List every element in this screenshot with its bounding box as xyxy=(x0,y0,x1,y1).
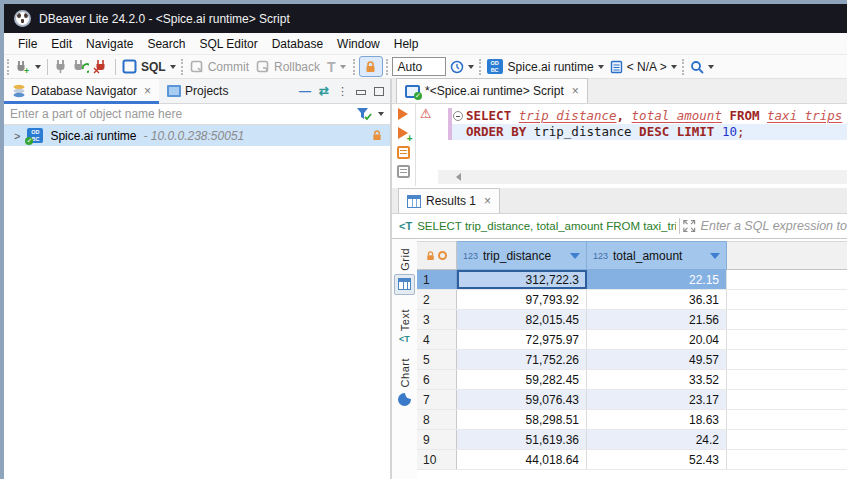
minimize-icon[interactable] xyxy=(356,90,366,95)
expand-chevron-icon[interactable]: > xyxy=(14,130,20,142)
table-row[interactable]: 759,076.4323.17 xyxy=(417,390,847,410)
row-number[interactable]: 6 xyxy=(417,370,457,389)
tab-results-1[interactable]: Results 1 × xyxy=(398,188,500,213)
menu-file[interactable]: File xyxy=(11,37,44,51)
menu-help[interactable]: Help xyxy=(387,37,426,51)
disconnect-button[interactable] xyxy=(93,59,109,74)
tab-sql-script[interactable]: ✓ *<Spice.ai runtime> Script × xyxy=(396,78,588,103)
sql-editor[interactable]: + ⚠ SELECT trip_distance, total_amount F… xyxy=(392,104,847,186)
fold-icon[interactable] xyxy=(453,111,463,121)
row-number[interactable]: 8 xyxy=(417,410,457,429)
new-sql-editor-button[interactable]: SQL xyxy=(122,59,176,74)
cell-total-amount[interactable]: 49.57 xyxy=(587,350,727,369)
warning-icon: ⚠ xyxy=(420,106,432,121)
row-number[interactable]: 2 xyxy=(417,290,457,309)
cell-trip-distance[interactable]: 72,975.97 xyxy=(457,330,587,349)
chevron-down-icon[interactable] xyxy=(378,112,384,116)
menu-window[interactable]: Window xyxy=(330,37,387,51)
sort-desc-icon[interactable] xyxy=(710,253,720,259)
cell-total-amount[interactable]: 24.2 xyxy=(587,430,727,449)
cell-total-amount[interactable]: 23.17 xyxy=(587,390,727,409)
row-number[interactable]: 3 xyxy=(417,310,457,329)
close-icon[interactable]: × xyxy=(144,84,151,98)
cell-trip-distance[interactable]: 58,298.51 xyxy=(457,410,587,429)
table-row[interactable]: 1044,018.6452.43 xyxy=(417,450,847,470)
cell-total-amount[interactable]: 18.63 xyxy=(587,410,727,429)
row-number[interactable]: 5 xyxy=(417,350,457,369)
row-number[interactable]: 10 xyxy=(417,450,457,469)
maximize-icon[interactable] xyxy=(374,87,384,96)
expand-icon[interactable] xyxy=(683,219,696,233)
transaction-mode-button[interactable]: T xyxy=(327,59,346,75)
scroll-left-icon[interactable] xyxy=(456,173,461,181)
execute-script-icon[interactable] xyxy=(397,146,410,159)
cell-total-amount[interactable]: 21.56 xyxy=(587,310,727,329)
row-number[interactable]: 9 xyxy=(417,430,457,449)
menu-database[interactable]: Database xyxy=(265,37,330,51)
close-icon[interactable]: × xyxy=(484,194,491,208)
table-row[interactable]: 382,015.4521.56 xyxy=(417,310,847,330)
rollback-button[interactable]: Rollback xyxy=(256,60,320,74)
menu-search[interactable]: Search xyxy=(140,37,192,51)
execute-new-tab-button[interactable]: + xyxy=(398,127,410,140)
cell-trip-distance[interactable]: 82,015.45 xyxy=(457,310,587,329)
commit-mode-combo[interactable]: Auto xyxy=(392,57,446,76)
connect-button[interactable] xyxy=(54,59,68,74)
presentation-grid[interactable]: Grid xyxy=(392,248,417,295)
odbc-icon: ODBC xyxy=(487,59,503,74)
cell-trip-distance[interactable]: 59,282.45 xyxy=(457,370,587,389)
view-menu-icon[interactable]: ⋮ xyxy=(337,85,348,98)
column-header-total-amount[interactable]: 123 total_amount xyxy=(587,241,727,270)
cell-trip-distance[interactable]: 312,722.3 xyxy=(457,270,587,289)
table-row[interactable]: 951,619.3624.2 xyxy=(417,430,847,450)
cell-total-amount[interactable]: 20.04 xyxy=(587,330,727,349)
presentation-text[interactable]: Text <T xyxy=(392,309,417,344)
reconnect-button[interactable] xyxy=(72,59,89,74)
filter-funnel-icon[interactable] xyxy=(356,107,372,121)
object-filter-input[interactable] xyxy=(4,107,356,121)
commit-button[interactable]: Commit xyxy=(190,60,249,74)
transaction-log-button[interactable] xyxy=(450,60,474,74)
presentation-chart[interactable]: Chart xyxy=(392,358,417,406)
tab-projects[interactable]: Projects xyxy=(159,79,240,104)
row-number[interactable]: 7 xyxy=(417,390,457,409)
cell-total-amount[interactable]: 52.43 xyxy=(587,450,727,469)
cell-trip-distance[interactable]: 71,752.26 xyxy=(457,350,587,369)
tree-item-connection[interactable]: > ODBC ✓ Spice.ai runtime - 10.0.0.238:5… xyxy=(4,125,390,146)
table-row[interactable]: 472,975.9720.04 xyxy=(417,330,847,350)
navigator-tree: > ODBC ✓ Spice.ai runtime - 10.0.0.238:5… xyxy=(4,125,390,479)
link-editor-icon[interactable]: ⇄ xyxy=(319,84,329,98)
connection-selector[interactable]: ODBC Spice.ai runtime xyxy=(487,59,604,74)
search-button[interactable] xyxy=(690,60,714,74)
menu-sql-editor[interactable]: SQL Editor xyxy=(192,37,264,51)
cell-total-amount[interactable]: 36.31 xyxy=(587,290,727,309)
grid-corner-cell[interactable] xyxy=(417,241,457,270)
new-connection-button[interactable]: + xyxy=(15,59,41,75)
explain-plan-icon[interactable] xyxy=(397,165,410,178)
cell-trip-distance[interactable]: 44,018.64 xyxy=(457,450,587,469)
schema-selector[interactable]: < N/A > xyxy=(610,60,677,74)
menu-edit[interactable]: Edit xyxy=(44,37,79,51)
table-row[interactable]: 858,298.5118.63 xyxy=(417,410,847,430)
lock-toggle-button[interactable] xyxy=(359,56,383,77)
results-filter-bar[interactable]: <T SELECT trip_distance, total_amount FR… xyxy=(392,214,847,239)
tab-database-navigator[interactable]: Database Navigator × xyxy=(4,79,159,104)
row-number[interactable]: 4 xyxy=(417,330,457,349)
cell-total-amount[interactable]: 33.52 xyxy=(587,370,727,389)
table-row[interactable]: 571,752.2649.57 xyxy=(417,350,847,370)
cell-total-amount[interactable]: 22.15 xyxy=(587,270,727,289)
table-row[interactable]: 1312,722.322.15 xyxy=(417,270,847,290)
table-row[interactable]: 659,282.4533.52 xyxy=(417,370,847,390)
column-header-trip-distance[interactable]: 123 trip_distance xyxy=(457,241,587,270)
close-icon[interactable]: × xyxy=(572,84,579,98)
sort-desc-icon[interactable] xyxy=(570,253,580,259)
cell-trip-distance[interactable]: 51,619.36 xyxy=(457,430,587,449)
table-row[interactable]: 297,793.9236.31 xyxy=(417,290,847,310)
execute-statement-button[interactable] xyxy=(398,108,410,121)
cell-trip-distance[interactable]: 97,793.92 xyxy=(457,290,587,309)
minimize-view-icon[interactable]: — xyxy=(299,84,311,98)
editor-hscrollbar[interactable] xyxy=(438,170,847,184)
row-number[interactable]: 1 xyxy=(417,270,457,289)
menu-navigate[interactable]: Navigate xyxy=(79,37,140,51)
cell-trip-distance[interactable]: 59,076.43 xyxy=(457,390,587,409)
